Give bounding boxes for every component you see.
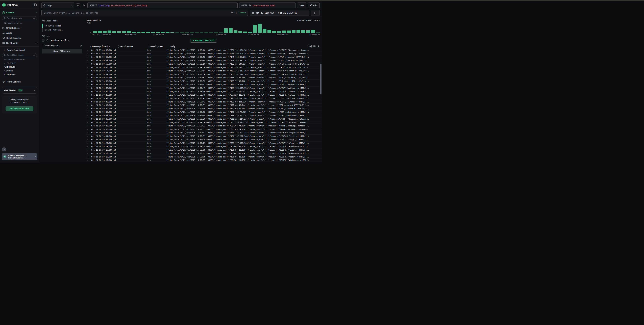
table-row[interactable]: ›Oct 21 10:59:29.000 AMinfo{"time_local"…: [85, 142, 322, 145]
results-section: 28180 Results Scanned Rows: 29485 3.2K 0…: [85, 17, 322, 162]
orderby-input[interactable]: ORDER BY TimestampTime DESC: [239, 2, 296, 8]
cell-body: {"time_local":"21/Oct/2025:15:59:46 +000…: [166, 90, 322, 93]
table-row[interactable]: ›Oct 21 10:59:52.000 AMinfo{"time_local"…: [85, 80, 322, 83]
column-resize-handle[interactable]: [169, 45, 169, 48]
table-row[interactable]: ›Oct 21 10:59:54.000 AMinfo{"time_local"…: [85, 69, 322, 73]
user-menu[interactable]: D dominic.tran@clic... dominic.tran@clic…: [2, 153, 37, 160]
pin-icon[interactable]: [80, 44, 82, 47]
row-expand-chevron: ›: [85, 53, 90, 55]
expand-json-icon[interactable]: <>: [308, 45, 312, 48]
language-sql-toggle[interactable]: SQL: [231, 11, 235, 14]
cell-body: {"time_local":"21/Oct/2025:15:59:56 +000…: [166, 63, 322, 65]
table-row[interactable]: ›Oct 21 10:59:36.000 AMinfo{"time_local"…: [85, 117, 322, 121]
table-row[interactable]: ›Oct 21 10:59:46.000 AMinfo{"time_local"…: [85, 93, 322, 97]
cell-body: {"time_local":"21/Oct/2025:15:59:38 +000…: [166, 115, 322, 117]
cell-severitytext: info: [147, 53, 166, 55]
create-dashboard-button[interactable]: + Create Dashboard: [0, 48, 39, 52]
query-settings-gear-icon[interactable]: ⚙: [82, 3, 86, 7]
table-row[interactable]: ›Oct 21 10:59:19.000 AMinfo{"time_local"…: [85, 152, 322, 155]
preset-item-clickhouse[interactable]: ClickHouse: [0, 65, 39, 69]
table-row[interactable]: ›Oct 21 10:59:17.000 AMinfo{"time_local"…: [85, 162, 322, 163]
table-row[interactable]: ›Oct 21 10:59:19.000 AMinfo{"time_local"…: [85, 145, 322, 148]
preset-item-kubernetes[interactable]: Kubernetes: [0, 73, 39, 76]
row-expand-chevron: ›: [85, 142, 90, 144]
table-row[interactable]: ›Oct 21 11:00:00.000 AMinfo{"time_local"…: [85, 49, 322, 52]
column-resize-handle[interactable]: [118, 45, 119, 48]
table-row[interactable]: ›Oct 21 10:59:38.000 AMinfo{"time_local"…: [85, 114, 322, 118]
download-icon[interactable]: [318, 45, 320, 47]
select-query-input[interactable]: SELECT Timestamp,ServiceName,SeverityTex…: [88, 2, 238, 8]
wrap-text-icon[interactable]: [313, 45, 316, 47]
table-row[interactable]: ›Oct 21 10:59:52.000 AMinfo{"time_local"…: [85, 76, 322, 80]
column-resize-handle[interactable]: [148, 45, 148, 48]
table-row[interactable]: ›Oct 21 11:00:00.000 AMinfo{"time_local"…: [85, 52, 322, 56]
table-row[interactable]: ›Oct 21 10:59:56.000 AMinfo{"time_local"…: [85, 62, 322, 66]
alerts-button[interactable]: Alerts: [308, 2, 320, 8]
analysis-mode-results-table[interactable]: Results Table: [42, 24, 82, 28]
vertical-scrollbar[interactable]: [320, 64, 322, 94]
table-row[interactable]: ›Oct 21 10:59:31.000 AMinfo{"time_local"…: [85, 135, 322, 138]
table-row[interactable]: ›Oct 21 10:59:33.000 AMinfo{"time_local"…: [85, 124, 322, 128]
table-row[interactable]: ›Oct 21 10:59:39.000 AMinfo{"time_local"…: [85, 104, 322, 107]
table-row[interactable]: ›Oct 21 10:59:54.000 AMinfo{"time_local"…: [85, 73, 322, 76]
table-row[interactable]: ›Oct 21 10:59:46.000 AMinfo{"time_local"…: [85, 90, 322, 93]
table-row[interactable]: ›Oct 21 10:59:56.000 AMinfo{"time_local"…: [85, 66, 322, 69]
sidebar-item-team-settings[interactable]: ⚙ Team Settings: [0, 79, 39, 84]
sidebar-item-dashboards[interactable]: Dashboards: [0, 40, 39, 45]
table-row[interactable]: ›Oct 21 10:59:58.000 AMinfo{"time_local"…: [85, 59, 322, 62]
sidebar-item-client-sessions[interactable]: Client Sessions: [0, 35, 39, 40]
table-row[interactable]: ›Oct 21 10:59:17.000 AMinfo{"time_local"…: [85, 159, 322, 162]
more-filters-button[interactable]: More filters: [42, 49, 82, 53]
denoise-checkbox[interactable]: [42, 39, 44, 41]
column-header-timestamp: Timestamp (Local): [90, 45, 118, 48]
run-query-button[interactable]: ▷: [311, 10, 320, 16]
sidebar-item-search[interactable]: Search: [0, 10, 39, 15]
chevron-right-icon: [34, 156, 36, 157]
table-row[interactable]: ›Oct 21 10:59:36.000 AMinfo{"time_local"…: [85, 121, 322, 124]
cell-timestamp: Oct 21 11:00:00.000 AM: [90, 53, 119, 55]
cell-severitytext: info: [147, 94, 166, 96]
denoise-results-toggle[interactable]: Denoise Results: [42, 39, 82, 41]
saved-searches-input[interactable]: Saved Searches ⌘K: [2, 16, 37, 20]
table-row[interactable]: ›Oct 21 10:59:19.000 AMinfo{"time_local"…: [85, 148, 322, 152]
table-row[interactable]: ›Oct 21 10:59:42.000 AMinfo{"time_local"…: [85, 97, 322, 100]
histogram-bar: [93, 31, 97, 33]
saved-dashboards-input[interactable]: Saved Dashboards ⌘K: [2, 53, 37, 57]
analysis-mode-event-patterns[interactable]: Event Patterns: [42, 28, 82, 32]
table-row[interactable]: ›Oct 21 10:59:39.000 AMinfo{"time_local"…: [85, 107, 322, 111]
histogram-bar: [229, 28, 232, 33]
date-range-picker[interactable]: Oct 20 11:00:00 - Oct 21 11:00:00: [250, 10, 309, 16]
select-keyword: SELECT: [90, 4, 97, 6]
table-row[interactable]: ›Oct 21 10:59:58.000 AMinfo{"time_local"…: [85, 55, 322, 59]
presets-toggle[interactable]: PRESETS: [0, 61, 39, 65]
get-started-free-button[interactable]: Get Started for Free: [6, 106, 34, 111]
preset-item-services[interactable]: Services: [0, 69, 39, 73]
language-lucene-toggle[interactable]: Lucene: [238, 11, 246, 14]
resume-live-tail-button[interactable]: Resume Live Tail: [190, 38, 217, 43]
get-started-panel[interactable]: Get Started 3/3: [2, 87, 37, 94]
table-row[interactable]: ›Oct 21 10:59:42.000 AMinfo{"time_local"…: [85, 100, 322, 104]
code-view-icon[interactable]: <>: [76, 3, 80, 7]
search-input[interactable]: [44, 11, 230, 14]
cell-timestamp: Oct 21 10:59:54.000 AM: [90, 70, 119, 72]
sidebar-item-chart-explorer[interactable]: Chart Explorer: [0, 25, 39, 30]
table-row[interactable]: ›Oct 21 10:59:47.000 AMinfo{"time_local"…: [85, 86, 322, 90]
save-button[interactable]: Save: [297, 2, 306, 8]
table-row[interactable]: ›Oct 21 10:59:31.000 AMinfo{"time_local"…: [85, 131, 322, 135]
row-expand-chevron: ›: [85, 115, 90, 117]
table-row[interactable]: ›Oct 21 10:59:29.000 AMinfo{"time_local"…: [85, 138, 322, 142]
table-row[interactable]: ›Oct 21 10:59:38.000 AMinfo{"time_local"…: [85, 110, 322, 114]
facet-severitytext[interactable]: SeverityText: [42, 44, 82, 47]
x-axis-line: [92, 33, 320, 33]
table-row[interactable]: ›Oct 21 10:59:47.000 AMinfo{"time_local"…: [85, 83, 322, 86]
source-selector[interactable]: Logs: [42, 2, 74, 8]
help-button[interactable]: ?: [2, 147, 6, 151]
table-row[interactable]: ›Oct 21 10:59:19.000 AMinfo{"time_local"…: [85, 155, 322, 159]
cell-severitytext: info: [147, 63, 166, 65]
sidebar-item-alerts[interactable]: Alerts: [0, 30, 39, 35]
sidebar-collapse-icon[interactable]: [33, 3, 36, 6]
table-row[interactable]: ›Oct 21 10:59:33.000 AMinfo{"time_local"…: [85, 128, 322, 131]
calendar-icon: [252, 12, 254, 14]
facet-label: SeverityText: [44, 44, 60, 47]
histogram-bar: [117, 31, 121, 33]
